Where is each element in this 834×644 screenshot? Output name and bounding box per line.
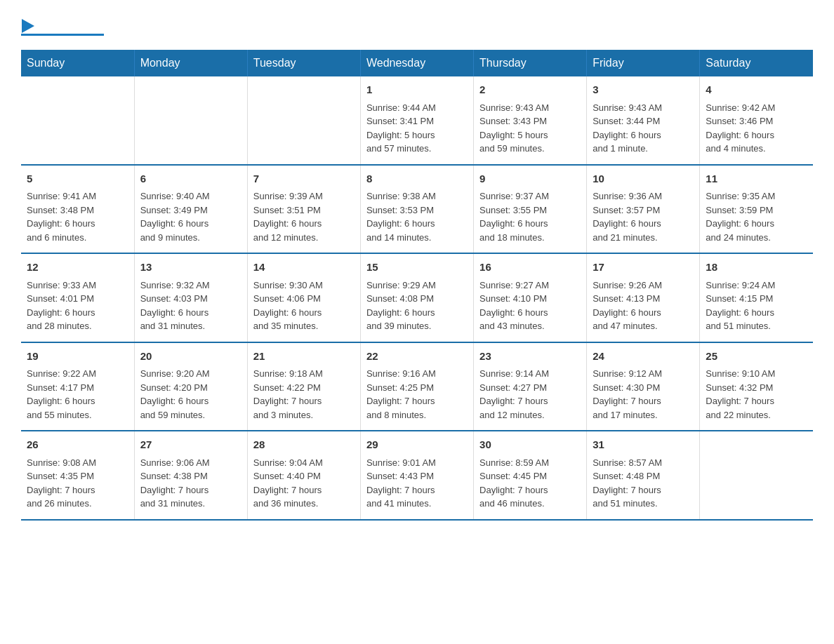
calendar-cell: 30Sunrise: 8:59 AM Sunset: 4:45 PM Dayli… — [474, 431, 587, 520]
calendar-cell: 2Sunrise: 9:43 AM Sunset: 3:43 PM Daylig… — [474, 76, 587, 165]
calendar-cell: 7Sunrise: 9:39 AM Sunset: 3:51 PM Daylig… — [247, 165, 360, 254]
logo-triangle-icon — [22, 19, 37, 34]
weekday-header-thursday: Thursday — [474, 50, 587, 76]
logo — [21, 14, 104, 36]
calendar-body: 1Sunrise: 9:44 AM Sunset: 3:41 PM Daylig… — [21, 76, 813, 520]
day-info: Sunrise: 9:01 AM Sunset: 4:43 PM Dayligh… — [366, 456, 468, 511]
day-info: Sunrise: 9:20 AM Sunset: 4:20 PM Dayligh… — [140, 367, 241, 422]
day-number: 24 — [593, 349, 694, 365]
weekday-header-saturday: Saturday — [700, 50, 813, 76]
logo-underline — [21, 34, 104, 36]
calendar-cell: 4Sunrise: 9:42 AM Sunset: 3:46 PM Daylig… — [700, 76, 813, 165]
day-number: 10 — [593, 171, 694, 187]
day-number: 18 — [706, 260, 807, 276]
day-number: 28 — [253, 437, 355, 453]
weekday-header-wednesday: Wednesday — [360, 50, 473, 76]
calendar-cell: 29Sunrise: 9:01 AM Sunset: 4:43 PM Dayli… — [360, 431, 473, 520]
day-info: Sunrise: 9:22 AM Sunset: 4:17 PM Dayligh… — [27, 367, 128, 422]
calendar-cell: 19Sunrise: 9:22 AM Sunset: 4:17 PM Dayli… — [21, 342, 134, 431]
calendar-cell: 20Sunrise: 9:20 AM Sunset: 4:20 PM Dayli… — [134, 342, 247, 431]
day-info: Sunrise: 9:33 AM Sunset: 4:01 PM Dayligh… — [27, 279, 128, 333]
weekday-header-friday: Friday — [587, 50, 700, 76]
calendar-cell: 28Sunrise: 9:04 AM Sunset: 4:40 PM Dayli… — [247, 431, 360, 520]
calendar-cell: 13Sunrise: 9:32 AM Sunset: 4:03 PM Dayli… — [134, 253, 247, 342]
calendar-cell: 12Sunrise: 9:33 AM Sunset: 4:01 PM Dayli… — [21, 253, 134, 342]
day-info: Sunrise: 9:24 AM Sunset: 4:15 PM Dayligh… — [706, 279, 807, 333]
calendar-cell: 24Sunrise: 9:12 AM Sunset: 4:30 PM Dayli… — [587, 342, 700, 431]
day-number: 26 — [27, 437, 128, 453]
calendar-cell — [134, 76, 247, 165]
calendar-cell: 3Sunrise: 9:43 AM Sunset: 3:44 PM Daylig… — [587, 76, 700, 165]
calendar-cell: 11Sunrise: 9:35 AM Sunset: 3:59 PM Dayli… — [700, 165, 813, 254]
calendar-cell: 10Sunrise: 9:36 AM Sunset: 3:57 PM Dayli… — [587, 165, 700, 254]
calendar-cell: 18Sunrise: 9:24 AM Sunset: 4:15 PM Dayli… — [700, 253, 813, 342]
day-number: 12 — [27, 260, 128, 276]
day-info: Sunrise: 9:37 AM Sunset: 3:55 PM Dayligh… — [479, 189, 581, 244]
calendar-cell: 9Sunrise: 9:37 AM Sunset: 3:55 PM Daylig… — [474, 165, 587, 254]
day-info: Sunrise: 9:10 AM Sunset: 4:32 PM Dayligh… — [706, 367, 807, 422]
calendar-cell: 8Sunrise: 9:38 AM Sunset: 3:53 PM Daylig… — [360, 165, 473, 254]
day-number: 9 — [479, 171, 581, 187]
day-number: 2 — [479, 82, 581, 98]
svg-marker-0 — [22, 19, 34, 33]
calendar-cell — [247, 76, 360, 165]
day-info: Sunrise: 8:59 AM Sunset: 4:45 PM Dayligh… — [479, 456, 581, 511]
day-number: 29 — [366, 437, 468, 453]
weekday-header-monday: Monday — [134, 50, 247, 76]
day-number: 23 — [479, 349, 581, 365]
calendar-cell: 14Sunrise: 9:30 AM Sunset: 4:06 PM Dayli… — [247, 253, 360, 342]
day-info: Sunrise: 9:16 AM Sunset: 4:25 PM Dayligh… — [366, 367, 468, 422]
day-number: 17 — [593, 260, 694, 276]
calendar-cell: 27Sunrise: 9:06 AM Sunset: 4:38 PM Dayli… — [134, 431, 247, 520]
day-number: 15 — [366, 260, 468, 276]
weekday-header-tuesday: Tuesday — [247, 50, 360, 76]
calendar-table: SundayMondayTuesdayWednesdayThursdayFrid… — [21, 50, 813, 521]
day-number: 8 — [366, 171, 468, 187]
day-number: 20 — [140, 349, 241, 365]
day-info: Sunrise: 9:38 AM Sunset: 3:53 PM Dayligh… — [366, 189, 468, 244]
day-number: 19 — [27, 349, 128, 365]
day-number: 30 — [479, 437, 581, 453]
day-info: Sunrise: 9:42 AM Sunset: 3:46 PM Dayligh… — [706, 101, 807, 156]
day-number: 6 — [140, 171, 241, 187]
calendar-cell: 5Sunrise: 9:41 AM Sunset: 3:48 PM Daylig… — [21, 165, 134, 254]
day-info: Sunrise: 9:40 AM Sunset: 3:49 PM Dayligh… — [140, 189, 241, 244]
calendar-week-1: 1Sunrise: 9:44 AM Sunset: 3:41 PM Daylig… — [21, 76, 813, 165]
calendar-cell: 21Sunrise: 9:18 AM Sunset: 4:22 PM Dayli… — [247, 342, 360, 431]
calendar-cell: 15Sunrise: 9:29 AM Sunset: 4:08 PM Dayli… — [360, 253, 473, 342]
calendar-cell: 16Sunrise: 9:27 AM Sunset: 4:10 PM Dayli… — [474, 253, 587, 342]
day-number: 21 — [253, 349, 355, 365]
day-number: 7 — [253, 171, 355, 187]
day-info: Sunrise: 9:12 AM Sunset: 4:30 PM Dayligh… — [593, 367, 694, 422]
calendar-cell: 31Sunrise: 8:57 AM Sunset: 4:48 PM Dayli… — [587, 431, 700, 520]
day-info: Sunrise: 9:32 AM Sunset: 4:03 PM Dayligh… — [140, 279, 241, 333]
calendar-cell: 6Sunrise: 9:40 AM Sunset: 3:49 PM Daylig… — [134, 165, 247, 254]
calendar-week-5: 26Sunrise: 9:08 AM Sunset: 4:35 PM Dayli… — [21, 431, 813, 520]
day-number: 22 — [366, 349, 468, 365]
day-info: Sunrise: 9:26 AM Sunset: 4:13 PM Dayligh… — [593, 279, 694, 333]
calendar-cell — [21, 76, 134, 165]
day-number: 3 — [593, 82, 694, 98]
day-info: Sunrise: 9:43 AM Sunset: 3:44 PM Dayligh… — [593, 101, 694, 156]
day-info: Sunrise: 8:57 AM Sunset: 4:48 PM Dayligh… — [593, 456, 694, 511]
weekday-header-sunday: Sunday — [21, 50, 134, 76]
day-info: Sunrise: 9:39 AM Sunset: 3:51 PM Dayligh… — [253, 189, 355, 244]
calendar-cell: 26Sunrise: 9:08 AM Sunset: 4:35 PM Dayli… — [21, 431, 134, 520]
day-number: 5 — [27, 171, 128, 187]
day-info: Sunrise: 9:04 AM Sunset: 4:40 PM Dayligh… — [253, 456, 355, 511]
calendar-cell: 22Sunrise: 9:16 AM Sunset: 4:25 PM Dayli… — [360, 342, 473, 431]
day-info: Sunrise: 9:41 AM Sunset: 3:48 PM Dayligh… — [27, 189, 128, 244]
day-number: 14 — [253, 260, 355, 276]
calendar-header: SundayMondayTuesdayWednesdayThursdayFrid… — [21, 50, 813, 76]
day-info: Sunrise: 9:06 AM Sunset: 4:38 PM Dayligh… — [140, 456, 241, 511]
day-number: 13 — [140, 260, 241, 276]
day-info: Sunrise: 9:43 AM Sunset: 3:43 PM Dayligh… — [479, 101, 581, 156]
day-info: Sunrise: 9:27 AM Sunset: 4:10 PM Dayligh… — [479, 279, 581, 333]
calendar-week-2: 5Sunrise: 9:41 AM Sunset: 3:48 PM Daylig… — [21, 165, 813, 254]
day-info: Sunrise: 9:29 AM Sunset: 4:08 PM Dayligh… — [366, 279, 468, 333]
calendar-week-4: 19Sunrise: 9:22 AM Sunset: 4:17 PM Dayli… — [21, 342, 813, 431]
day-number: 1 — [366, 82, 468, 98]
day-number: 25 — [706, 349, 807, 365]
calendar-cell: 25Sunrise: 9:10 AM Sunset: 4:32 PM Dayli… — [700, 342, 813, 431]
calendar-week-3: 12Sunrise: 9:33 AM Sunset: 4:01 PM Dayli… — [21, 253, 813, 342]
